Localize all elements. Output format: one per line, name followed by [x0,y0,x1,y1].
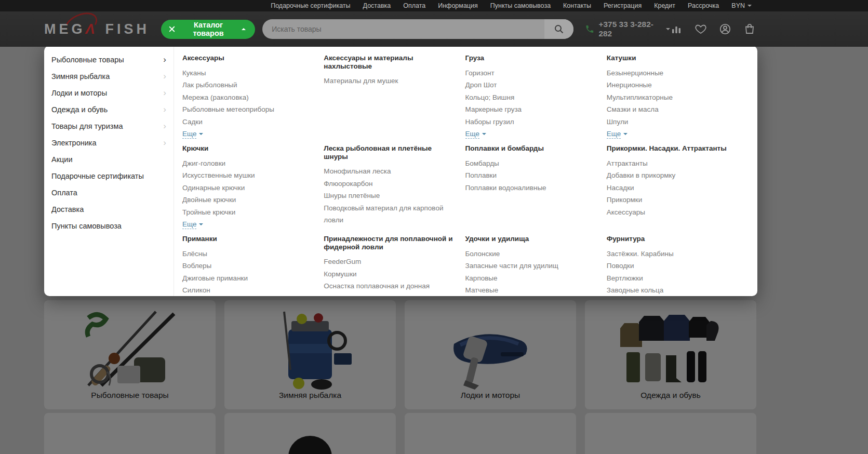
sidebar-item-label: Товары для туризма [51,122,123,131]
menu-group-item[interactable]: Добавки в прикормку [607,169,738,182]
topbar-link[interactable]: Доставка [363,2,391,9]
menu-group-title[interactable]: Груза [465,54,596,62]
menu-group-item[interactable]: Кольцо; Вишня [465,91,596,104]
menu-group-item[interactable]: Оснастка поплавочная и донная [324,280,455,292]
site-logo[interactable]: MEGΛFISH [44,21,150,37]
account-icon[interactable] [719,23,731,35]
menu-group-item[interactable]: Вертлюжки [607,272,738,285]
menu-group-item[interactable]: Бомбарды [465,157,596,170]
menu-group-item[interactable]: Искусственные мушки [182,169,313,182]
topbar-link[interactable]: Рассрочка [688,2,719,9]
menu-group-title[interactable]: Леска рыболовная и плетёные шнуры [324,144,455,161]
more-link[interactable]: Еще [182,220,203,229]
sidebar-item[interactable]: Подарочные сертификаты [44,168,173,184]
catalog-button[interactable]: Каталог товаров [161,20,255,39]
menu-group-item[interactable]: Кормушки [324,268,455,281]
search-input[interactable] [262,19,573,39]
menu-group-item[interactable]: FeederGum [324,256,455,268]
sidebar-item[interactable]: Товары для туризма› [44,118,173,135]
menu-group-title[interactable]: Поплавки и бомбарды [465,144,596,153]
menu-group-item[interactable]: Аксессуары [607,206,738,219]
menu-group-title[interactable]: Прикормки. Насадки. Аттрактанты [607,144,738,153]
menu-group-item[interactable]: Тройные крючки [182,206,313,219]
phone-block[interactable]: +375 33 3-282-282 [585,20,670,38]
menu-group-title[interactable]: Катушки [607,54,738,62]
sidebar-item[interactable]: Электроника› [44,135,173,151]
sidebar-item[interactable]: Рыболовные товары› [44,51,173,68]
menu-group-title[interactable]: Крючки [182,144,313,153]
menu-group-item[interactable]: Монофильная леска [324,165,455,178]
menu-group-item[interactable]: Мультипликаторные [607,91,738,104]
menu-group-item[interactable]: Безынерционные [607,67,738,79]
sidebar-item[interactable]: Акции [44,151,173,168]
sidebar-item[interactable]: Зимняя рыбалка› [44,68,173,85]
menu-group-item[interactable]: Сигнализаторы [324,292,455,296]
cart-bag-icon[interactable] [743,23,756,35]
sidebar-item[interactable]: Одежда и обувь› [44,101,173,118]
menu-group-item[interactable]: Шнуры плетёные [324,190,455,202]
chevron-down-icon [623,133,627,135]
menu-group-item[interactable]: Лак рыболовный [182,79,313,91]
menu-group-item[interactable]: Куканы [182,67,313,79]
topbar-link[interactable]: Контакты [563,2,591,9]
menu-group-item[interactable]: Двойные крючки [182,194,313,206]
menu-group-item[interactable]: Блёсны [182,248,313,260]
menu-group-item[interactable]: Матчевые [465,284,596,296]
menu-group-item[interactable]: Садки [182,116,313,128]
menu-group-item[interactable]: Воблеры [182,260,313,272]
menu-group-item[interactable]: Горизонт [465,67,596,79]
menu-group-item[interactable]: Материалы для мушек [324,75,455,87]
topbar-link[interactable]: Подарочные сертификаты [271,2,350,9]
currency-selector[interactable]: BYN [731,2,752,9]
menu-group-item[interactable]: Застёжки. Карабины [607,248,738,260]
menu-group-item[interactable]: Наборы грузил [465,116,596,128]
menu-group-item[interactable]: Силикон [182,284,313,296]
menu-group-item[interactable]: Заводные кольца [607,284,738,296]
menu-group-item[interactable]: Дроп Шот [465,79,596,91]
menu-group-item[interactable]: Джиг-головки [182,157,313,170]
topbar-link[interactable]: Пункты самовывоза [490,2,551,9]
menu-group-item[interactable]: Насадки [607,182,738,194]
menu-group-title[interactable]: Приманки [182,235,313,243]
menu-group-title[interactable]: Аксессуары [182,54,313,62]
more-link[interactable]: Еще [607,129,627,139]
sidebar-item-label: Рыболовные товары [51,55,124,64]
menu-group-item[interactable]: Рыболовные метеоприборы [182,103,313,116]
compare-icon[interactable] [670,23,683,35]
menu-group-item[interactable]: Поводковый материал для карповой ловли [324,202,455,226]
menu-group-title[interactable]: Удочки и удилища [465,235,596,243]
topbar-link[interactable]: Оплата [403,2,425,9]
menu-group-title[interactable]: Принадлежности для поплавочной и фидерно… [324,235,455,251]
menu-group-item[interactable]: Маркерные груза [465,103,596,116]
menu-group-item[interactable]: Джиговые приманки [182,272,313,285]
menu-group-item[interactable]: Одинарные крючки [182,182,313,194]
menu-group-item[interactable]: Прикормки [607,194,738,206]
menu-group-item[interactable]: Инерционные [607,79,738,91]
menu-group-item[interactable]: Поплавки водоналивные [465,182,596,194]
topbar-link[interactable]: Информация [438,2,478,9]
menu-group-item[interactable]: Болонские [465,248,596,260]
topbar-link[interactable]: Регистрация [604,2,642,9]
sidebar-item[interactable]: Пункты самовывоза [44,218,173,234]
menu-group-item[interactable]: Шпули [607,116,738,128]
sidebar-item[interactable]: Доставка [44,201,173,218]
search-button[interactable] [544,19,573,39]
menu-group-item[interactable]: Поводки [607,260,738,272]
sidebar-item[interactable]: Лодки и моторы› [44,85,173,101]
chevron-right-icon: › [163,56,166,63]
more-link[interactable]: Еще [182,129,203,139]
sidebar-item-label: Пункты самовывоза [51,221,122,231]
menu-group-title[interactable]: Фурнитура [607,235,738,243]
menu-group-item[interactable]: Флюорокарбон [324,178,455,190]
menu-group-item[interactable]: Аттрактанты [607,157,738,170]
sidebar-item[interactable]: Оплата [44,184,173,201]
topbar-link[interactable]: Кредит [654,2,675,9]
menu-group-item[interactable]: Запасные части для удилищ [465,260,596,272]
menu-group-title[interactable]: Аксессуары и материалы нахлыстовые [324,54,455,70]
menu-group-item[interactable]: Карповые [465,272,596,285]
more-link[interactable]: Еще [465,129,486,139]
wishlist-heart-icon[interactable] [695,23,707,35]
menu-group-item[interactable]: Поплавки [465,169,596,182]
menu-group-item[interactable]: Смазки и масла [607,103,738,116]
menu-group-item[interactable]: Мережа (раколовка) [182,91,313,104]
